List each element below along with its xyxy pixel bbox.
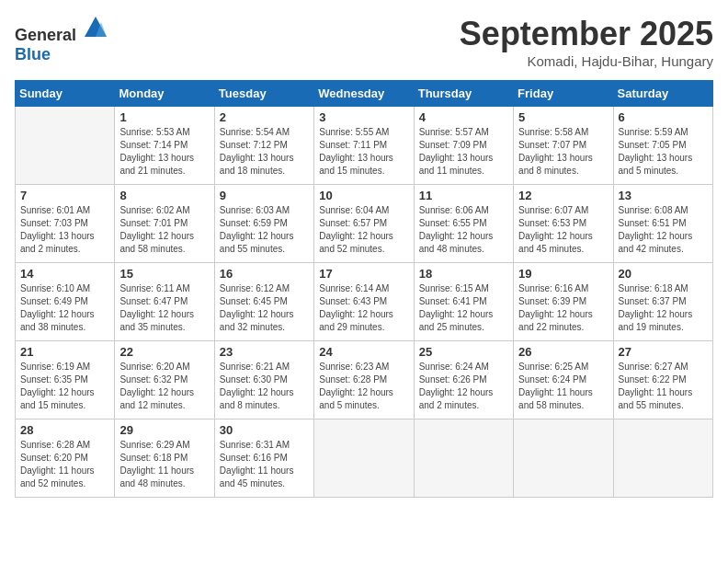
day-info: Sunrise: 6:14 AMSunset: 6:43 PMDaylight:…: [319, 282, 408, 334]
day-info: Sunrise: 6:27 AMSunset: 6:22 PMDaylight:…: [619, 361, 708, 412]
day-number: 10: [319, 189, 408, 202]
calendar-cell: 9Sunrise: 6:03 AMSunset: 6:59 PMDaylight…: [214, 185, 313, 263]
calendar-cell: 25Sunrise: 6:24 AMSunset: 6:26 PMDayligh…: [414, 341, 513, 419]
calendar-cell: 17Sunrise: 6:14 AMSunset: 6:43 PMDayligh…: [314, 263, 414, 341]
day-number: 11: [419, 189, 508, 202]
day-info: Sunrise: 6:19 AMSunset: 6:35 PMDaylight:…: [20, 361, 109, 412]
day-number: 14: [20, 267, 109, 281]
weekday-header: Wednesday: [314, 81, 414, 107]
logo: General Blue: [15, 15, 108, 64]
day-number: 8: [119, 189, 209, 202]
day-info: Sunrise: 6:25 AMSunset: 6:24 PMDaylight:…: [518, 361, 608, 412]
location-title: Komadi, Hajdu-Bihar, Hungary: [460, 53, 713, 69]
calendar-cell: 14Sunrise: 6:10 AMSunset: 6:49 PMDayligh…: [16, 263, 115, 341]
day-info: Sunrise: 6:21 AMSunset: 6:30 PMDaylight:…: [220, 361, 309, 412]
calendar-week-row: 1Sunrise: 5:53 AMSunset: 7:14 PMDaylight…: [16, 107, 713, 185]
calendar-cell: 19Sunrise: 6:16 AMSunset: 6:39 PMDayligh…: [514, 263, 613, 341]
calendar-cell: 16Sunrise: 6:12 AMSunset: 6:45 PMDayligh…: [214, 263, 313, 341]
calendar-cell: 28Sunrise: 6:28 AMSunset: 6:20 PMDayligh…: [16, 419, 115, 498]
day-number: 17: [319, 267, 408, 281]
day-number: 16: [220, 267, 309, 281]
day-info: Sunrise: 6:04 AMSunset: 6:57 PMDaylight:…: [319, 204, 408, 256]
calendar-cell: 24Sunrise: 6:23 AMSunset: 6:28 PMDayligh…: [314, 341, 414, 419]
day-number: 30: [220, 423, 309, 437]
calendar-header-row: SundayMondayTuesdayWednesdayThursdayFrid…: [16, 81, 713, 107]
day-number: 12: [518, 189, 608, 202]
day-number: 22: [119, 345, 209, 359]
calendar-cell: 3Sunrise: 5:55 AMSunset: 7:11 PMDaylight…: [314, 107, 414, 185]
calendar-cell: 27Sunrise: 6:27 AMSunset: 6:22 PMDayligh…: [613, 341, 712, 419]
day-number: 5: [518, 110, 608, 124]
weekday-header: Monday: [115, 81, 214, 107]
day-number: 24: [319, 345, 408, 359]
day-info: Sunrise: 6:29 AMSunset: 6:18 PMDaylight:…: [119, 439, 209, 490]
day-info: Sunrise: 6:28 AMSunset: 6:20 PMDaylight:…: [20, 439, 109, 490]
title-area: September 2025 Komadi, Hajdu-Bihar, Hung…: [460, 15, 713, 69]
calendar-cell: 18Sunrise: 6:15 AMSunset: 6:41 PMDayligh…: [414, 263, 513, 341]
day-info: Sunrise: 6:16 AMSunset: 6:39 PMDaylight:…: [518, 282, 608, 334]
calendar-cell: [514, 419, 613, 498]
calendar-cell: 26Sunrise: 6:25 AMSunset: 6:24 PMDayligh…: [514, 341, 613, 419]
calendar-cell: 5Sunrise: 5:58 AMSunset: 7:07 PMDaylight…: [514, 107, 613, 185]
day-number: 18: [419, 267, 508, 281]
day-info: Sunrise: 5:57 AMSunset: 7:09 PMDaylight:…: [419, 126, 508, 178]
calendar-cell: 29Sunrise: 6:29 AMSunset: 6:18 PMDayligh…: [115, 419, 214, 498]
logo-blue: Blue: [15, 45, 51, 63]
day-number: 15: [119, 267, 209, 281]
day-number: 13: [619, 189, 708, 202]
weekday-header: Thursday: [414, 81, 513, 107]
day-info: Sunrise: 6:20 AMSunset: 6:32 PMDaylight:…: [119, 361, 209, 412]
day-number: 23: [220, 345, 309, 359]
day-info: Sunrise: 6:03 AMSunset: 6:59 PMDaylight:…: [220, 204, 309, 256]
day-info: Sunrise: 5:55 AMSunset: 7:11 PMDaylight:…: [319, 126, 408, 178]
calendar-cell: 20Sunrise: 6:18 AMSunset: 6:37 PMDayligh…: [613, 263, 712, 341]
day-number: 3: [319, 110, 408, 124]
calendar-cell: 21Sunrise: 6:19 AMSunset: 6:35 PMDayligh…: [16, 341, 115, 419]
day-info: Sunrise: 6:24 AMSunset: 6:26 PMDaylight:…: [419, 361, 508, 412]
logo-text: General Blue: [15, 15, 108, 64]
calendar-cell: 11Sunrise: 6:06 AMSunset: 6:55 PMDayligh…: [414, 185, 513, 263]
calendar-cell: 1Sunrise: 5:53 AMSunset: 7:14 PMDaylight…: [115, 107, 214, 185]
calendar-cell: [613, 419, 712, 498]
day-info: Sunrise: 6:12 AMSunset: 6:45 PMDaylight:…: [220, 282, 309, 334]
calendar-cell: [314, 419, 414, 498]
day-info: Sunrise: 6:02 AMSunset: 7:01 PMDaylight:…: [119, 204, 209, 256]
day-number: 1: [119, 110, 209, 124]
day-info: Sunrise: 6:01 AMSunset: 7:03 PMDaylight:…: [20, 204, 109, 256]
weekday-header: Saturday: [613, 81, 712, 107]
logo-general: General: [15, 26, 76, 44]
calendar-cell: 13Sunrise: 6:08 AMSunset: 6:51 PMDayligh…: [613, 185, 712, 263]
day-number: 28: [20, 423, 109, 437]
calendar-week-row: 21Sunrise: 6:19 AMSunset: 6:35 PMDayligh…: [16, 341, 713, 419]
day-info: Sunrise: 6:15 AMSunset: 6:41 PMDaylight:…: [419, 282, 508, 334]
day-info: Sunrise: 5:54 AMSunset: 7:12 PMDaylight:…: [220, 126, 309, 178]
calendar-cell: 4Sunrise: 5:57 AMSunset: 7:09 PMDaylight…: [414, 107, 513, 185]
day-number: 26: [518, 345, 608, 359]
day-info: Sunrise: 6:07 AMSunset: 6:53 PMDaylight:…: [518, 204, 608, 256]
day-number: 4: [419, 110, 508, 124]
day-number: 7: [20, 189, 109, 202]
calendar-cell: [414, 419, 513, 498]
logo-icon: [83, 15, 108, 40]
day-number: 29: [119, 423, 209, 437]
day-number: 21: [20, 345, 109, 359]
calendar-cell: 23Sunrise: 6:21 AMSunset: 6:30 PMDayligh…: [214, 341, 313, 419]
calendar-cell: 8Sunrise: 6:02 AMSunset: 7:01 PMDaylight…: [115, 185, 214, 263]
calendar-cell: 2Sunrise: 5:54 AMSunset: 7:12 PMDaylight…: [214, 107, 313, 185]
calendar-cell: 10Sunrise: 6:04 AMSunset: 6:57 PMDayligh…: [314, 185, 414, 263]
calendar-week-row: 28Sunrise: 6:28 AMSunset: 6:20 PMDayligh…: [16, 419, 713, 498]
day-number: 19: [518, 267, 608, 281]
weekday-header: Tuesday: [214, 81, 313, 107]
day-number: 25: [419, 345, 508, 359]
calendar-week-row: 14Sunrise: 6:10 AMSunset: 6:49 PMDayligh…: [16, 263, 713, 341]
day-info: Sunrise: 6:31 AMSunset: 6:16 PMDaylight:…: [220, 439, 309, 490]
day-info: Sunrise: 5:59 AMSunset: 7:05 PMDaylight:…: [619, 126, 708, 178]
calendar-cell: 15Sunrise: 6:11 AMSunset: 6:47 PMDayligh…: [115, 263, 214, 341]
day-info: Sunrise: 6:23 AMSunset: 6:28 PMDaylight:…: [319, 361, 408, 412]
weekday-header: Sunday: [16, 81, 115, 107]
day-number: 6: [619, 110, 708, 124]
day-number: 27: [619, 345, 708, 359]
day-info: Sunrise: 6:10 AMSunset: 6:49 PMDaylight:…: [20, 282, 109, 334]
calendar-cell: 22Sunrise: 6:20 AMSunset: 6:32 PMDayligh…: [115, 341, 214, 419]
weekday-header: Friday: [514, 81, 613, 107]
